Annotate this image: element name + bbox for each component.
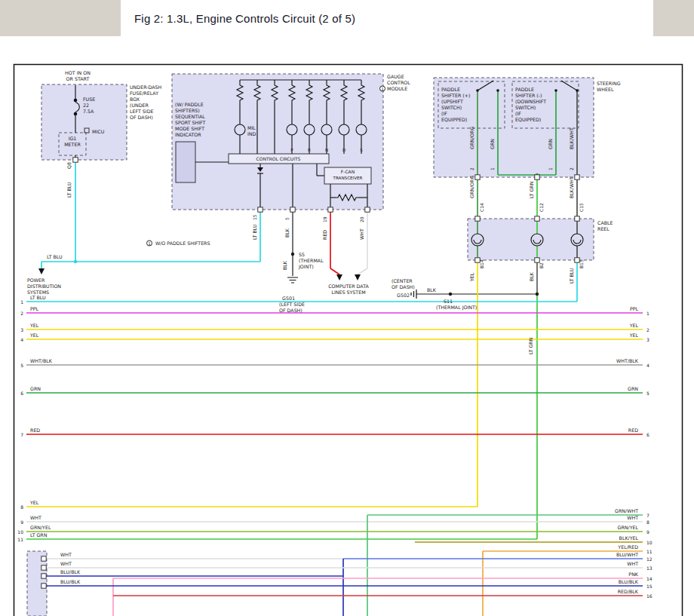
- diagram-label: F-CAN: [341, 169, 355, 174]
- diagram-label: C14: [479, 203, 484, 212]
- diagram-label: (LEFT SIDE: [279, 302, 305, 307]
- splice-dot: [74, 260, 77, 263]
- diagram-label: CONTROL CIRCUITS: [256, 156, 301, 161]
- module-sub-block: [176, 142, 195, 182]
- diagram-label: BLK: [282, 260, 287, 270]
- diagram-label: W/O PADDLE SHIFTERS: [155, 241, 210, 246]
- diagram-label: 1: [148, 241, 150, 246]
- diagram-label: METER: [64, 142, 81, 147]
- diagram-label: SPORT SHIFT: [175, 120, 206, 125]
- diagram-label: SEQUENTIAL: [175, 114, 205, 119]
- diagram-label: SHIFTERS): [175, 108, 200, 113]
- diagram-label: BLK/YEL: [619, 535, 639, 541]
- diagram-label: 15: [252, 214, 257, 220]
- diagram-label: 12: [646, 556, 653, 562]
- diagram-label: 9: [646, 529, 649, 535]
- diagram-label: N: [325, 148, 328, 152]
- diagram-label: GRN/ORG: [469, 127, 474, 149]
- diagram-label: WHEEL: [597, 87, 614, 92]
- diagram-label: FUSE/RELAY: [130, 90, 158, 96]
- diagram-label: 22: [83, 103, 89, 108]
- diagram-label: BLU/BLK: [619, 579, 639, 584]
- diagram-label: REEL: [597, 226, 610, 231]
- diagram-label: WHT: [627, 561, 638, 566]
- diagram-label: 2: [20, 311, 23, 316]
- diagram-label: BOX: [130, 97, 140, 102]
- fuse-terminal-bottom: [74, 112, 78, 116]
- diagram-label: 1: [381, 87, 383, 91]
- fuse-terminal-top: [74, 99, 78, 103]
- diagram-label: FUSE: [83, 97, 95, 102]
- diagram-label: (IF: [515, 111, 521, 116]
- diagram-label: CONTROL: [387, 80, 410, 85]
- diagram-label: DISTRIBUTION: [27, 283, 61, 289]
- diagram-label: IND: [247, 131, 256, 136]
- diagram-label: PPL: [30, 306, 39, 311]
- diagram-label: G502: [397, 293, 410, 298]
- diagram-label: R: [308, 148, 311, 152]
- diagram-label: S11: [444, 299, 453, 304]
- diagram-label: (W/ PADDLE: [175, 102, 204, 107]
- diagram-label: 1: [490, 167, 495, 170]
- diagram-label: EQUIPPED): [515, 117, 541, 122]
- diagram-label: OF DASH): [130, 115, 153, 120]
- diagram-label: 16: [646, 593, 653, 599]
- diagram-label: BLK/WHT: [569, 176, 574, 198]
- diagram-label: C15: [579, 203, 584, 212]
- diagram-label: 11: [17, 537, 23, 542]
- diagram-label: LT BLU: [569, 268, 574, 283]
- diagram-label: GRN/WHT: [615, 508, 638, 513]
- wire-red: [330, 268, 339, 274]
- diagram-label: 6: [20, 391, 23, 396]
- diagram-label: BLK: [284, 228, 290, 238]
- diagram-label: IG1: [69, 136, 77, 141]
- diagram-label: GAUGE: [387, 74, 404, 79]
- diagram-label: LT BLU: [252, 224, 257, 240]
- diagram-stage: HOT IN ONOR STARTFUSE227.5AIG1METERMICUU…: [0, 0, 694, 616]
- diagram-label: SYSTEMS: [27, 290, 49, 295]
- diagram-label: MIL: [247, 125, 256, 130]
- diagram-label: OR START: [66, 76, 90, 81]
- diagram-label: WHT: [627, 515, 638, 520]
- diagram-label: 19: [322, 216, 327, 222]
- diagram-label: WHT: [359, 228, 364, 240]
- diagram-label: 5: [20, 363, 23, 368]
- diagram-label: MICU: [92, 129, 105, 134]
- data-line-arrow: [336, 274, 342, 280]
- wiring-diagram: HOT IN ONOR STARTFUSE227.5AIG1METERMICUU…: [0, 0, 694, 616]
- diagram-label: (IF: [441, 111, 447, 116]
- diagram-label: (THERMAL: [299, 258, 324, 263]
- diagram-label: YEL: [29, 333, 39, 338]
- diagram-label: 7: [646, 513, 649, 518]
- diagram-label: JOINT): [298, 264, 314, 270]
- diagram-label: LEFT SIDE: [130, 109, 154, 114]
- diagram-label: LT GRN: [30, 532, 48, 538]
- diagram-label: LT GRN: [529, 181, 534, 198]
- diagram-label: RED/BLK: [618, 589, 639, 594]
- wire-wht: [358, 268, 367, 274]
- diagram-label: 8: [646, 519, 649, 525]
- diagram-label: GRN: [548, 139, 553, 149]
- diagram-label: RED: [30, 428, 40, 433]
- diagram-label: 3: [646, 337, 649, 342]
- diagram-label: 6: [646, 432, 649, 437]
- diagram-label: 1: [548, 167, 553, 170]
- diagram-label: 11: [646, 549, 653, 554]
- diagram-label: POWER: [27, 277, 45, 283]
- diagram-label: HOT IN ON: [65, 70, 91, 75]
- diagram-label: LINES SYSTEM: [331, 290, 365, 295]
- diagram-label: 2: [569, 167, 574, 170]
- diagram-label: BLK/WHT: [569, 127, 574, 149]
- diagram-label: YEL: [629, 323, 639, 328]
- ground-g501: [287, 277, 298, 283]
- diagram-label: 10: [17, 529, 23, 535]
- diagram-label: OF DASH): [279, 308, 302, 313]
- diagram-label: COMPUTER DATA: [328, 283, 369, 289]
- diagram-label: 9: [20, 519, 23, 525]
- diagram-label: LT GRN: [528, 337, 533, 354]
- diagram-label: S: [360, 148, 363, 152]
- diagram-label: YEL: [469, 272, 474, 282]
- diagram-label: B14: [479, 259, 484, 268]
- diagram-label: 2: [469, 167, 474, 170]
- diagram-label: 1: [646, 311, 649, 316]
